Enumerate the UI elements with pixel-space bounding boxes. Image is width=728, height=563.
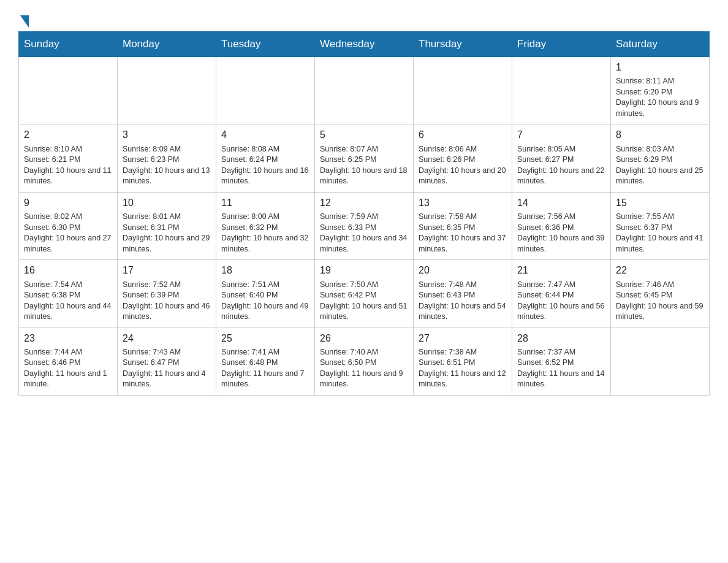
day-info: Sunrise: 8:11 AMSunset: 6:20 PMDaylight:… <box>616 76 704 119</box>
weekday-header-row: SundayMondayTuesdayWednesdayThursdayFrid… <box>19 32 710 57</box>
weekday-header-sunday: Sunday <box>19 32 118 57</box>
calendar-cell: 24Sunrise: 7:43 AMSunset: 6:47 PMDayligh… <box>118 327 216 395</box>
day-number: 5 <box>320 128 408 142</box>
day-number: 19 <box>320 264 408 277</box>
calendar-cell: 6Sunrise: 8:06 AMSunset: 6:26 PMDaylight… <box>414 124 512 192</box>
day-number: 11 <box>221 196 309 210</box>
calendar-cell: 15Sunrise: 7:55 AMSunset: 6:37 PMDayligh… <box>611 192 710 259</box>
calendar-week-row: 1Sunrise: 8:11 AMSunset: 6:20 PMDaylight… <box>19 57 710 124</box>
day-info: Sunrise: 8:10 AMSunset: 6:21 PMDaylight:… <box>24 144 112 187</box>
logo-arrow-icon <box>20 15 29 28</box>
day-number: 14 <box>517 196 605 210</box>
calendar-cell: 7Sunrise: 8:05 AMSunset: 6:27 PMDaylight… <box>512 124 611 192</box>
day-info: Sunrise: 7:54 AMSunset: 6:38 PMDaylight:… <box>24 280 112 323</box>
day-number: 22 <box>616 264 704 277</box>
day-info: Sunrise: 7:38 AMSunset: 6:51 PMDaylight:… <box>419 347 507 390</box>
calendar-cell: 28Sunrise: 7:37 AMSunset: 6:52 PMDayligh… <box>512 327 611 395</box>
calendar-cell: 26Sunrise: 7:40 AMSunset: 6:50 PMDayligh… <box>315 327 414 395</box>
day-info: Sunrise: 7:43 AMSunset: 6:47 PMDaylight:… <box>123 347 211 390</box>
calendar-cell: 14Sunrise: 7:56 AMSunset: 6:36 PMDayligh… <box>512 192 611 259</box>
day-info: Sunrise: 7:59 AMSunset: 6:33 PMDaylight:… <box>320 212 408 255</box>
day-info: Sunrise: 7:58 AMSunset: 6:35 PMDaylight:… <box>419 212 507 255</box>
day-info: Sunrise: 7:50 AMSunset: 6:42 PMDaylight:… <box>320 280 408 323</box>
weekday-header-tuesday: Tuesday <box>216 32 315 57</box>
day-info: Sunrise: 7:51 AMSunset: 6:40 PMDaylight:… <box>221 280 309 323</box>
calendar-cell: 19Sunrise: 7:50 AMSunset: 6:42 PMDayligh… <box>315 260 414 327</box>
day-number: 16 <box>24 264 112 277</box>
day-info: Sunrise: 7:37 AMSunset: 6:52 PMDaylight:… <box>517 347 605 390</box>
day-info: Sunrise: 8:01 AMSunset: 6:31 PMDaylight:… <box>123 212 211 255</box>
day-number: 27 <box>419 332 507 345</box>
calendar-cell <box>512 57 611 124</box>
day-info: Sunrise: 7:55 AMSunset: 6:37 PMDaylight:… <box>616 212 704 255</box>
calendar-cell: 25Sunrise: 7:41 AMSunset: 6:48 PMDayligh… <box>216 327 315 395</box>
day-info: Sunrise: 8:07 AMSunset: 6:25 PMDaylight:… <box>320 144 408 187</box>
day-number: 1 <box>616 61 704 74</box>
day-info: Sunrise: 8:09 AMSunset: 6:23 PMDaylight:… <box>123 144 211 187</box>
day-number: 25 <box>221 332 309 345</box>
calendar-cell: 13Sunrise: 7:58 AMSunset: 6:35 PMDayligh… <box>414 192 512 259</box>
calendar-cell: 21Sunrise: 7:47 AMSunset: 6:44 PMDayligh… <box>512 260 611 327</box>
calendar-cell: 16Sunrise: 7:54 AMSunset: 6:38 PMDayligh… <box>19 260 118 327</box>
calendar-cell: 2Sunrise: 8:10 AMSunset: 6:21 PMDaylight… <box>19 124 118 192</box>
day-number: 26 <box>320 332 408 345</box>
calendar-cell <box>118 57 216 124</box>
calendar-cell: 12Sunrise: 7:59 AMSunset: 6:33 PMDayligh… <box>315 192 414 259</box>
day-info: Sunrise: 7:46 AMSunset: 6:45 PMDaylight:… <box>616 280 704 323</box>
day-info: Sunrise: 7:40 AMSunset: 6:50 PMDaylight:… <box>320 347 408 390</box>
day-info: Sunrise: 7:52 AMSunset: 6:39 PMDaylight:… <box>123 280 211 323</box>
day-number: 17 <box>123 264 211 277</box>
day-info: Sunrise: 8:05 AMSunset: 6:27 PMDaylight:… <box>517 144 605 187</box>
day-info: Sunrise: 7:56 AMSunset: 6:36 PMDaylight:… <box>517 212 605 255</box>
day-number: 15 <box>616 196 704 210</box>
calendar-cell <box>216 57 315 124</box>
day-number: 28 <box>517 332 605 345</box>
calendar-week-row: 23Sunrise: 7:44 AMSunset: 6:46 PMDayligh… <box>19 327 710 395</box>
calendar-cell: 20Sunrise: 7:48 AMSunset: 6:43 PMDayligh… <box>414 260 512 327</box>
calendar-cell <box>414 57 512 124</box>
calendar-cell: 22Sunrise: 7:46 AMSunset: 6:45 PMDayligh… <box>611 260 710 327</box>
weekday-header-thursday: Thursday <box>414 32 512 57</box>
day-number: 24 <box>123 332 211 345</box>
page-header <box>18 12 710 25</box>
calendar-week-row: 2Sunrise: 8:10 AMSunset: 6:21 PMDaylight… <box>19 124 710 192</box>
calendar-cell: 10Sunrise: 8:01 AMSunset: 6:31 PMDayligh… <box>118 192 216 259</box>
calendar-week-row: 16Sunrise: 7:54 AMSunset: 6:38 PMDayligh… <box>19 260 710 327</box>
calendar-cell: 18Sunrise: 7:51 AMSunset: 6:40 PMDayligh… <box>216 260 315 327</box>
day-number: 7 <box>517 128 605 142</box>
calendar-week-row: 9Sunrise: 8:02 AMSunset: 6:30 PMDaylight… <box>19 192 710 259</box>
day-info: Sunrise: 8:06 AMSunset: 6:26 PMDaylight:… <box>419 144 507 187</box>
weekday-header-wednesday: Wednesday <box>315 32 414 57</box>
day-number: 3 <box>123 128 211 142</box>
day-number: 10 <box>123 196 211 210</box>
calendar-cell <box>19 57 118 124</box>
weekday-header-monday: Monday <box>118 32 216 57</box>
day-info: Sunrise: 7:47 AMSunset: 6:44 PMDaylight:… <box>517 280 605 323</box>
day-info: Sunrise: 7:41 AMSunset: 6:48 PMDaylight:… <box>221 347 309 390</box>
calendar-table: SundayMondayTuesdayWednesdayThursdayFrid… <box>18 31 710 396</box>
calendar-cell: 5Sunrise: 8:07 AMSunset: 6:25 PMDaylight… <box>315 124 414 192</box>
weekday-header-saturday: Saturday <box>611 32 710 57</box>
day-number: 21 <box>517 264 605 277</box>
calendar-cell: 9Sunrise: 8:02 AMSunset: 6:30 PMDaylight… <box>19 192 118 259</box>
day-number: 18 <box>221 264 309 277</box>
calendar-cell: 11Sunrise: 8:00 AMSunset: 6:32 PMDayligh… <box>216 192 315 259</box>
calendar-cell: 3Sunrise: 8:09 AMSunset: 6:23 PMDaylight… <box>118 124 216 192</box>
calendar-cell <box>315 57 414 124</box>
day-info: Sunrise: 7:44 AMSunset: 6:46 PMDaylight:… <box>24 347 112 390</box>
day-number: 8 <box>616 128 704 142</box>
logo <box>18 12 29 25</box>
day-number: 4 <box>221 128 309 142</box>
calendar-cell: 17Sunrise: 7:52 AMSunset: 6:39 PMDayligh… <box>118 260 216 327</box>
calendar-cell: 1Sunrise: 8:11 AMSunset: 6:20 PMDaylight… <box>611 57 710 124</box>
weekday-header-friday: Friday <box>512 32 611 57</box>
day-number: 20 <box>419 264 507 277</box>
day-info: Sunrise: 8:00 AMSunset: 6:32 PMDaylight:… <box>221 212 309 255</box>
day-info: Sunrise: 7:48 AMSunset: 6:43 PMDaylight:… <box>419 280 507 323</box>
calendar-cell: 8Sunrise: 8:03 AMSunset: 6:29 PMDaylight… <box>611 124 710 192</box>
day-number: 23 <box>24 332 112 345</box>
day-number: 6 <box>419 128 507 142</box>
day-info: Sunrise: 8:02 AMSunset: 6:30 PMDaylight:… <box>24 212 112 255</box>
calendar-cell <box>611 327 710 395</box>
calendar-cell: 4Sunrise: 8:08 AMSunset: 6:24 PMDaylight… <box>216 124 315 192</box>
